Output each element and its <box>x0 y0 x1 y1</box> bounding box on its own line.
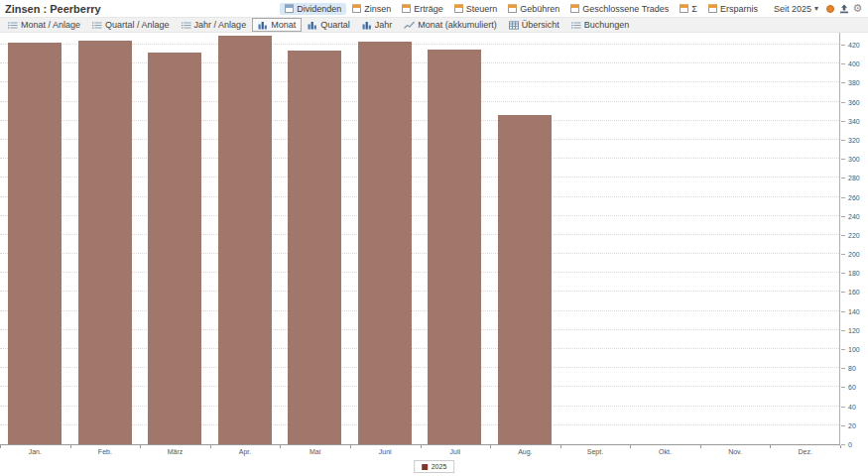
y-axis-tick <box>841 273 845 274</box>
bar-jan[interactable] <box>8 43 62 444</box>
x-axis-label-juli: Juli <box>421 448 491 455</box>
y-axis: 0204060801001201401601802002202402602803… <box>840 33 868 445</box>
bar-juli[interactable] <box>428 50 481 444</box>
bar-apr[interactable] <box>218 36 272 444</box>
y-axis-tick <box>841 407 845 408</box>
tab-dividenden[interactable]: Dividenden <box>280 3 346 15</box>
legend-label: 2025 <box>432 463 447 470</box>
bar-column-okt <box>630 33 700 444</box>
bar-column-apr <box>210 33 281 444</box>
toolbar-button-label: Monat <box>271 20 296 30</box>
bar-column-juni <box>350 33 421 444</box>
toolbar-button-monat[interactable]: Monat <box>252 18 302 32</box>
toolbar-button-label: Monat (akkumuliert) <box>418 20 497 30</box>
bar-columns <box>0 33 839 444</box>
toolbar-button-jahr[interactable]: Jahr <box>356 18 399 32</box>
tab-label: Erträge <box>414 4 443 14</box>
y-axis-tick <box>841 387 845 388</box>
view-tabs: DividendenZinsenErträgeSteuernGebührenGe… <box>280 3 763 15</box>
toolbar-button-quartal[interactable]: Quartal <box>302 18 356 32</box>
toolbar-button-monat-akkumuliert[interactable]: Monat (akkumuliert) <box>398 18 503 32</box>
filter-circle-icon[interactable] <box>823 2 836 15</box>
y-axis-tick <box>841 349 845 350</box>
tab-zinsen[interactable]: Zinsen <box>347 3 396 15</box>
toolbar-button-buchungen[interactable]: Buchungen <box>565 18 636 32</box>
toolbar-button-bersicht[interactable]: Übersicht <box>503 18 565 32</box>
calendar-icon <box>508 4 517 13</box>
calendar-icon <box>680 4 688 13</box>
legend-swatch <box>422 464 428 470</box>
y-axis-tick-label: 340 <box>848 118 860 125</box>
chart-mode-toolbar: Monat / AnlageQuartal / AnlageJahr / Anl… <box>0 17 868 33</box>
y-axis-tick <box>841 45 845 46</box>
bars-icon <box>258 21 268 30</box>
calendar-icon <box>570 4 579 13</box>
toolbar-button-jahr-anlage[interactable]: Jahr / Anlage <box>176 18 253 32</box>
x-axis-label-mai: Mai <box>280 448 350 455</box>
toolbar-button-label: Buchungen <box>584 20 630 30</box>
y-axis-tick <box>841 197 845 198</box>
chart-legend: 2025 <box>414 460 455 473</box>
bar-column-aug <box>490 33 560 444</box>
x-axis-label-m-rz: März <box>140 448 210 455</box>
bars-icon <box>308 21 317 30</box>
toolbar-button-label: Quartal <box>320 20 350 30</box>
x-axis-label-jan: Jan. <box>0 448 70 455</box>
toolbar-button-label: Jahr / Anlage <box>194 20 247 30</box>
y-axis-tick <box>841 292 845 293</box>
grid-icon <box>509 21 519 30</box>
tab-steuern[interactable]: Steuern <box>449 3 503 15</box>
x-axis-tick <box>210 445 211 448</box>
bar-aug[interactable] <box>498 115 552 444</box>
list-icon <box>8 21 18 30</box>
tab-geb-hren[interactable]: Gebühren <box>503 3 564 15</box>
list-icon <box>182 21 191 30</box>
y-axis-tick-label: 220 <box>848 232 860 239</box>
y-axis-tick-label: 80 <box>848 365 856 372</box>
y-axis-tick-label: 180 <box>848 270 860 277</box>
calendar-icon <box>352 4 361 13</box>
y-axis-tick-label: 160 <box>848 289 860 296</box>
y-axis-tick-label: 40 <box>848 404 856 411</box>
settings-gear-icon[interactable]: ⚙ <box>851 2 864 15</box>
line-icon <box>404 21 415 30</box>
plot-area <box>0 33 840 445</box>
bar-chart: 0204060801001201401601802002202402602803… <box>0 33 868 476</box>
tab-label: Σ <box>691 4 697 14</box>
calendar-icon <box>285 4 294 13</box>
y-axis-tick <box>841 102 845 103</box>
y-axis-tick <box>841 63 845 64</box>
x-axis-tick <box>560 445 561 448</box>
toolbar-button-label: Jahr <box>375 20 393 30</box>
tab-label: Zinsen <box>364 4 391 14</box>
y-axis-tick-label: 360 <box>848 99 860 106</box>
tab-ertr-ge[interactable]: Erträge <box>397 3 448 15</box>
bar-mai[interactable] <box>288 51 341 444</box>
export-icon[interactable] <box>837 2 850 15</box>
x-axis-label-okt: Okt. <box>630 448 700 455</box>
x-axis-label-aug: Aug. <box>490 448 560 455</box>
bar-juni[interactable] <box>358 42 412 444</box>
tab-geschlossene-trades[interactable]: Geschlossene Trades <box>565 3 674 15</box>
x-axis-tick <box>630 445 631 448</box>
chevron-down-icon: ▾ <box>814 5 818 13</box>
tab-item[interactable]: Σ <box>675 3 702 15</box>
legend-item-2025[interactable]: 2025 <box>422 463 447 470</box>
bar-m-rz[interactable] <box>148 53 201 444</box>
toolbar-button-quartal-anlage[interactable]: Quartal / Anlage <box>86 18 176 32</box>
bar-column-sept <box>559 33 630 444</box>
x-axis-tick <box>490 445 491 448</box>
y-axis-tick-label: 100 <box>848 346 860 353</box>
x-axis-tick <box>840 445 841 448</box>
bar-feb[interactable] <box>78 41 132 444</box>
tab-ersparnis[interactable]: Ersparnis <box>703 3 763 15</box>
y-axis-tick-label: 320 <box>848 137 860 144</box>
toolbar-button-monat-anlage[interactable]: Monat / Anlage <box>2 18 86 32</box>
list-icon <box>571 21 581 30</box>
tab-label: Geschlossene Trades <box>582 4 669 14</box>
y-axis-tick <box>841 368 845 369</box>
x-axis-tick <box>421 445 422 448</box>
period-selector[interactable]: Seit 2025 ▾ <box>770 3 822 15</box>
toolbar-button-label: Quartal / Anlage <box>105 20 170 30</box>
y-axis-tick <box>841 140 845 141</box>
